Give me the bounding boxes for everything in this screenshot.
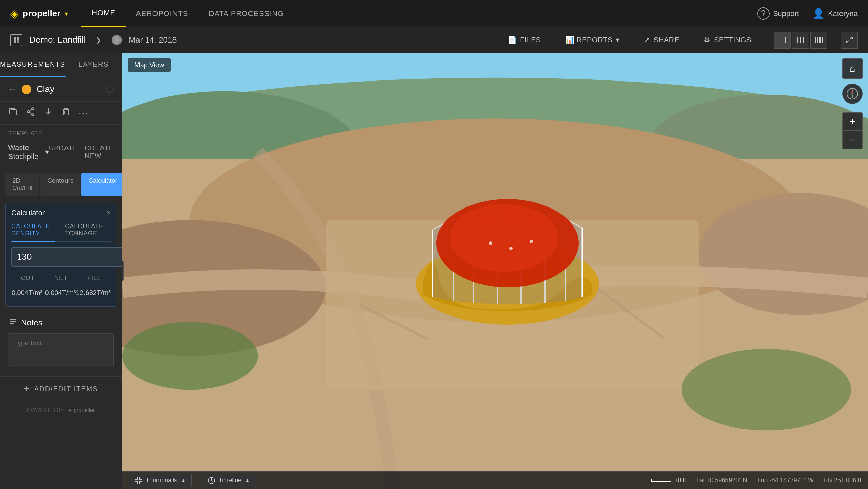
nav-data-processing[interactable]: DATA PROCESSING: [199, 0, 294, 27]
sidebar-tab-bar: MEASUREMENTS LAYERS: [0, 53, 122, 77]
measurement-name-label: Clay: [37, 84, 101, 94]
toolbar-buttons: 📄 FILES 📊 REPORTS ▾ ↗ SHARE ⚙ SETTINGS: [502, 32, 858, 49]
split-view-button[interactable]: [792, 32, 809, 49]
zoom-out-button[interactable]: −: [842, 131, 863, 149]
propeller-icon: ◈: [10, 7, 19, 20]
single-view-button[interactable]: [774, 32, 791, 49]
back-button[interactable]: ←: [8, 85, 16, 94]
notes-section: Notes: [0, 310, 122, 376]
sub-tab-contours[interactable]: Contours: [40, 173, 80, 196]
svg-rect-3: [17, 40, 19, 43]
timeline-chevron-icon: ▲: [245, 477, 250, 484]
sub-tab-bar: 2D Cut/Fill Contours Calculator: [0, 169, 122, 199]
notes-textarea[interactable]: [8, 333, 114, 367]
nav-home[interactable]: HOME: [81, 0, 126, 27]
svg-rect-68: [135, 481, 138, 484]
stockpile-svg: [406, 175, 609, 328]
triple-view-button[interactable]: [810, 32, 827, 49]
more-options-button[interactable]: ···: [79, 108, 88, 118]
map-coordinates: 30 ft Lat 30.5965920° N Lon -84.1472971°…: [651, 477, 861, 484]
sidebar: MEASUREMENTS LAYERS ← Clay ⓘ: [0, 53, 122, 489]
user-menu[interactable]: 👤 Kateryna: [813, 8, 858, 19]
compass-button[interactable]: [842, 84, 863, 104]
svg-point-5: [115, 39, 118, 41]
fill-header: FILL: [77, 275, 111, 282]
timeline-button[interactable]: Timeline ▲: [202, 474, 256, 487]
template-label: TEMPLATE: [8, 130, 114, 137]
top-navigation: ◈ propeller ▾ HOME AEROPOINTS DATA PROCE…: [0, 0, 868, 27]
svg-rect-2: [14, 40, 16, 43]
net-header: NET: [44, 275, 78, 282]
map-background: [122, 53, 868, 489]
calculator-close-button[interactable]: ×: [106, 209, 111, 217]
create-new-template-button[interactable]: CREATE NEW: [85, 144, 114, 160]
calc-panel-header: Calculator ×: [11, 209, 111, 217]
svg-rect-0: [14, 37, 16, 40]
svg-point-17: [32, 114, 34, 116]
measurement-actions: ···: [0, 102, 122, 125]
logo-text: propeller: [23, 8, 60, 19]
svg-line-13: [846, 41, 849, 43]
svg-point-60: [530, 240, 533, 243]
calc-density-tab[interactable]: CALCULATE DENSITY: [11, 223, 55, 242]
density-input[interactable]: [11, 247, 122, 267]
info-icon[interactable]: ⓘ: [106, 84, 114, 94]
share-action-button[interactable]: [26, 107, 35, 119]
site-chevron-icon: ❯: [96, 36, 101, 44]
svg-point-37: [682, 349, 851, 431]
svg-rect-6: [779, 37, 785, 43]
svg-point-57: [450, 204, 558, 272]
svg-point-65: [852, 93, 853, 94]
collapse-sidebar-button[interactable]: ❮: [122, 261, 124, 281]
second-bar: Demo: Landfill ❯ Mar 14, 2018 📄 FILES 📊 …: [0, 27, 868, 53]
density-input-row: ▲ ▼: [11, 247, 111, 267]
svg-line-18: [30, 109, 32, 111]
files-button[interactable]: 📄 FILES: [502, 33, 546, 47]
template-select[interactable]: Waste Stockpile ▾: [8, 143, 49, 161]
logo-dropdown-icon[interactable]: ▾: [64, 10, 68, 18]
reports-icon: 📊: [565, 36, 574, 44]
cut-value: 0.004T/m³: [11, 289, 43, 297]
results-header-row: CUT NET FILL: [11, 272, 111, 285]
zoom-in-button[interactable]: +: [842, 112, 863, 131]
thumbnails-chevron-icon: ▲: [181, 477, 186, 484]
tab-layers[interactable]: LAYERS: [66, 53, 122, 77]
add-edit-items-button[interactable]: + ADD/EDIT ITEMS: [0, 376, 122, 401]
update-template-button[interactable]: UPDATE: [49, 144, 78, 160]
powered-by: POWERED BY ◈ propeller: [0, 401, 122, 419]
settings-button[interactable]: ⚙ SETTINGS: [698, 33, 757, 47]
download-button[interactable]: [43, 107, 53, 119]
logo[interactable]: ◈ propeller ▾: [10, 7, 68, 20]
calculator-title: Calculator: [11, 209, 45, 217]
notes-header: Notes: [8, 317, 114, 328]
nav-right-area: ? Support 👤 Kateryna: [757, 7, 858, 20]
nav-aeropoints[interactable]: AEROPOINTS: [126, 0, 198, 27]
sub-tab-calculator[interactable]: Calculator: [81, 173, 122, 196]
notes-title: Notes: [21, 318, 42, 327]
fullscreen-button[interactable]: [841, 32, 858, 49]
zoom-controls: + −: [842, 112, 863, 149]
compass-icon: [846, 88, 858, 100]
svg-marker-63: [851, 89, 853, 94]
latitude-display: Lat 30.5965920° N: [696, 477, 747, 484]
svg-rect-69: [139, 481, 142, 484]
calc-tonnage-tab[interactable]: CALCULATE TONNAGE: [65, 223, 111, 241]
measurement-color-dot: [22, 85, 31, 94]
svg-point-16: [27, 111, 30, 113]
svg-point-15: [32, 108, 34, 110]
svg-rect-7: [797, 37, 800, 43]
template-actions: UPDATE CREATE NEW: [49, 144, 114, 160]
support-button[interactable]: ? Support: [757, 7, 799, 20]
tab-measurements[interactable]: MEASUREMENTS: [0, 53, 66, 77]
propeller-logo-small: ◈ propeller: [68, 407, 95, 413]
share-button[interactable]: ↗ SHARE: [639, 33, 685, 47]
svg-rect-11: [820, 37, 822, 43]
sub-tab-cut-fill[interactable]: 2D Cut/Fill: [5, 173, 39, 196]
thumbnails-button[interactable]: Thumbnails ▲: [129, 474, 192, 487]
delete-button[interactable]: [61, 107, 71, 119]
copy-button[interactable]: [8, 107, 18, 119]
map-home-button[interactable]: ⌂: [842, 58, 863, 79]
stockpile-visual: [406, 175, 609, 328]
svg-point-58: [489, 241, 492, 245]
reports-button[interactable]: 📊 REPORTS ▾: [560, 33, 625, 47]
